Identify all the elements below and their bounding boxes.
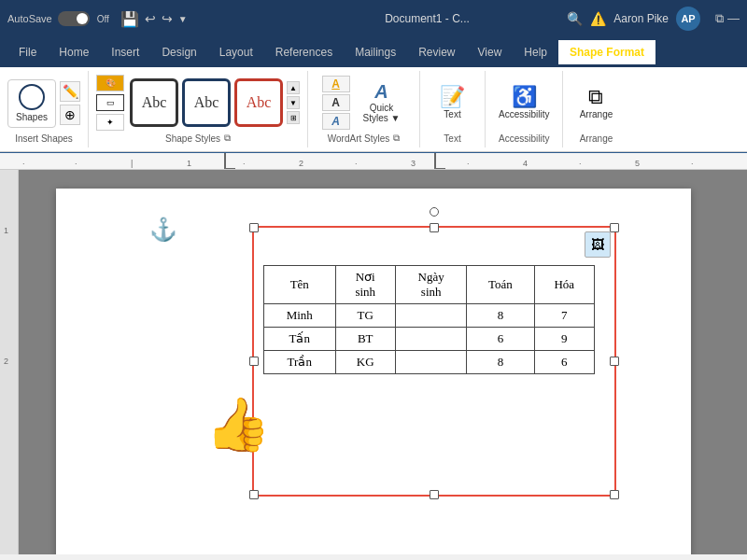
wordart-styles-label: WordArt Styles ⧉ <box>328 133 401 144</box>
tab-review[interactable]: Review <box>407 40 466 64</box>
ruler-5: 5 <box>635 159 640 168</box>
merge-shapes-button[interactable]: ⊕ <box>60 105 80 125</box>
accessibility-icon: ♿ <box>512 87 537 107</box>
cell-hoa: 6 <box>534 351 594 374</box>
text-label: Text <box>444 109 460 119</box>
tab-design[interactable]: Design <box>150 40 207 64</box>
wordart-tools: A A A <box>322 76 350 130</box>
cell-ngay <box>395 351 467 374</box>
quick-styles-button[interactable]: A QuickStyles ▼ <box>358 78 406 127</box>
toggle-state-label: Off <box>97 14 109 24</box>
shape-style-3[interactable]: Abc <box>234 78 283 127</box>
ruler-tab-stop <box>224 153 235 170</box>
document-area: 1 2 ⚓ 👍 🖼 Tên <box>0 170 747 554</box>
style-up-arrow[interactable]: ▲ <box>287 81 300 94</box>
accessibility-group: ♿ Accessibility Accessibility <box>486 71 563 147</box>
cell-toan: 8 <box>467 351 534 374</box>
data-table: Tên Nơisinh Ngàysinh Toán Hóa MinhTG87Tấ… <box>263 265 595 374</box>
title-bar: AutoSave Off 💾 ↩ ↪ ▼ Document1 - C... 🔍 … <box>0 0 747 37</box>
text-fill-button[interactable]: A <box>322 76 350 92</box>
handle-top-left[interactable] <box>249 223 259 232</box>
cell-ten: Tấn <box>264 328 336 351</box>
handle-bottom-left[interactable] <box>249 490 259 499</box>
window-restore-icon[interactable]: ⧉ <box>715 11 724 26</box>
wordart-items: A A A A QuickStyles ▼ <box>322 75 406 131</box>
user-name: Aaron Pike <box>613 12 669 25</box>
shape-style-1[interactable]: Abc <box>130 78 178 127</box>
col-header-ngay: Ngàysinh <box>395 266 467 304</box>
tab-insert[interactable]: Insert <box>100 40 150 64</box>
ribbon-tabs: File Home Insert Design Layout Reference… <box>0 37 747 67</box>
redo-icon[interactable]: ↪ <box>162 11 173 26</box>
window-minimize-icon[interactable]: — <box>727 11 740 26</box>
titlebar-right: 🔍 ⚠️ Aaron Pike AP ⧉ — <box>567 7 740 31</box>
arrange-button[interactable]: ⧉ Arrange <box>574 83 619 123</box>
text-effects-button[interactable]: A <box>322 113 350 130</box>
accessibility-items: ♿ Accessibility <box>493 75 555 132</box>
ruler-dot-1: · <box>243 159 246 168</box>
handle-bottom-right[interactable] <box>610 490 619 499</box>
handle-top-middle[interactable] <box>430 223 439 232</box>
quick-access-expand[interactable]: ▼ <box>178 14 188 24</box>
user-avatar[interactable]: AP <box>676 7 700 31</box>
handle-middle-left[interactable] <box>249 357 259 366</box>
tab-view[interactable]: View <box>467 40 514 64</box>
handle-top-right[interactable] <box>610 223 619 232</box>
text-group: 📝 Text Text <box>420 71 486 147</box>
shape-style-2[interactable]: Abc <box>182 78 231 127</box>
accessibility-group-label: Accessibility <box>499 133 549 144</box>
shape-container[interactable]: 🖼 Tên Nơisinh Ngàysinh Toán Hóa MinhTG87… <box>252 226 616 497</box>
edit-points-button[interactable]: ✏️ <box>60 81 80 102</box>
accessibility-button[interactable]: ♿ Accessibility <box>493 83 555 123</box>
col-header-ten: Tên <box>264 266 336 304</box>
style-more-arrow[interactable]: ⊞ <box>287 111 300 124</box>
ruler-2: 2 <box>299 159 303 168</box>
col-header-hoa: Hóa <box>534 266 594 304</box>
handle-rotate[interactable] <box>430 207 439 217</box>
shape-circle-icon <box>19 84 45 110</box>
tab-help[interactable]: Help <box>513 40 558 64</box>
shape-fill-button[interactable]: 🎨 <box>96 75 124 91</box>
shapes-label: Shapes <box>16 112 48 122</box>
ruler-dot-5: · <box>691 159 694 168</box>
layout-options-icon[interactable]: 🖼 <box>585 231 611 258</box>
tab-layout[interactable]: Layout <box>208 40 264 64</box>
undo-icon[interactable]: ↩ <box>145 11 156 26</box>
text-group-label: Text <box>444 133 460 144</box>
document-title: Document1 - C... <box>288 12 568 25</box>
ribbon-content: Shapes ✏️ ⊕ Insert Shapes 🎨 ▭ ✦ Abc <box>0 67 747 152</box>
wordart-expand-icon[interactable]: ⧉ <box>393 133 400 144</box>
shape-styles-expand-icon[interactable]: ⧉ <box>224 133 231 144</box>
cell-noi: KG <box>335 351 395 374</box>
cell-toan: 8 <box>467 304 534 328</box>
tab-home[interactable]: Home <box>48 40 100 64</box>
handle-bottom-middle[interactable] <box>430 490 439 499</box>
style-down-arrow[interactable]: ▼ <box>287 96 300 109</box>
margin-num-2: 2 <box>4 357 8 366</box>
document-page: ⚓ 👍 🖼 Tên Nơisinh Ngày <box>56 189 691 554</box>
search-icon[interactable]: 🔍 <box>567 11 583 26</box>
cell-hoa: 9 <box>534 328 594 351</box>
autosave-toggle[interactable] <box>58 11 90 26</box>
ruler-4: 4 <box>523 159 528 168</box>
save-icon[interactable]: 💾 <box>120 10 139 28</box>
shape-styles-items: 🎨 ▭ ✦ Abc Abc Abc ▲ ▼ ⊞ <box>96 75 300 131</box>
tab-shapeformat[interactable]: Shape Format <box>558 40 655 64</box>
shape-styles-group: 🎨 ▭ ✦ Abc Abc Abc ▲ ▼ ⊞ Shape Styles ⧉ <box>89 71 308 147</box>
ruler-tab-stop-2 <box>434 153 445 170</box>
cell-ten: Minh <box>264 304 336 328</box>
shape-effects-button[interactable]: ✦ <box>96 114 124 131</box>
left-margin: 1 2 <box>0 170 19 554</box>
wordart-styles-group: A A A A QuickStyles ▼ WordArt Styles ⧉ <box>308 71 420 147</box>
anchor-icon: ⚓ <box>149 217 177 243</box>
shapes-button[interactable]: Shapes <box>7 79 56 128</box>
shape-outline-button[interactable]: ▭ <box>96 94 124 111</box>
handle-middle-right[interactable] <box>610 357 619 366</box>
tab-references[interactable]: References <box>264 40 344 64</box>
tab-file[interactable]: File <box>7 40 48 64</box>
tab-mailings[interactable]: Mailings <box>344 40 407 64</box>
text-outline-button[interactable]: A <box>322 94 350 111</box>
quick-styles-label: QuickStyles ▼ <box>363 103 401 123</box>
ruler-dot-2: · <box>355 159 358 168</box>
text-button[interactable]: 📝 Text <box>432 83 473 123</box>
